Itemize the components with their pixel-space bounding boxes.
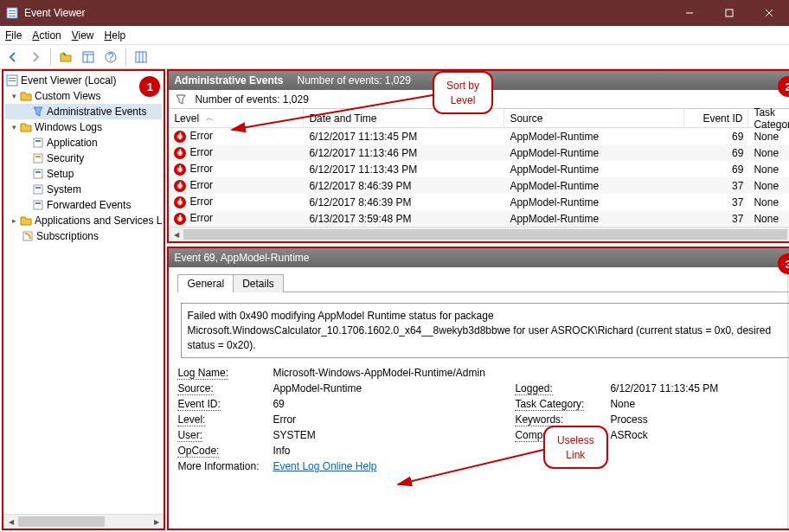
- tree-log-setup[interactable]: Setup: [5, 166, 162, 182]
- app-icon: [0, 6, 24, 20]
- svg-rect-19: [34, 138, 42, 147]
- menu-help[interactable]: Help: [105, 29, 126, 42]
- svg-rect-5: [726, 10, 733, 16]
- svg-rect-1: [9, 10, 16, 11]
- event-detail-panel: Event 69, AppModel-Runtime ▲▼ General De…: [167, 247, 789, 530]
- svg-rect-18: [9, 80, 16, 81]
- table-row[interactable]: !Error6/12/2017 8:46:39 PMAppModel-Runti…: [169, 177, 789, 194]
- titlebar: Event Viewer: [0, 0, 789, 26]
- tree-log-security[interactable]: Security: [5, 151, 162, 166]
- svg-rect-22: [35, 156, 41, 157]
- filter-icon: [174, 93, 188, 106]
- columns-button[interactable]: [132, 48, 151, 67]
- col-task-category[interactable]: Task Category: [748, 109, 789, 127]
- toolbar: ?: [0, 45, 789, 69]
- menu-view[interactable]: View: [72, 29, 94, 42]
- table-row[interactable]: !Error6/12/2017 11:13:43 PMAppModel-Runt…: [169, 161, 789, 177]
- grid-scrollbar-h[interactable]: ◀▶: [169, 227, 789, 241]
- tree-log-application[interactable]: Application: [5, 135, 162, 151]
- online-help-link[interactable]: Event Log Online Help: [273, 460, 376, 472]
- svg-rect-24: [35, 171, 41, 173]
- tree-log-forwarded[interactable]: Forwarded Events: [5, 197, 162, 213]
- detail-header: Event 69, AppModel-Runtime: [169, 248, 789, 267]
- tree-root[interactable]: Event Viewer (Local): [5, 73, 162, 88]
- folder-button[interactable]: [56, 48, 75, 67]
- tree-subscriptions[interactable]: Subscriptions: [5, 228, 162, 244]
- forward-button[interactable]: [26, 48, 45, 67]
- tree-panel: 1 Event Viewer (Local) ▾Custom Views Adm…: [2, 69, 165, 530]
- svg-rect-26: [35, 187, 41, 189]
- event-message: Failed with 0x490 modifying AppModel Run…: [181, 303, 789, 358]
- tab-general[interactable]: General: [177, 274, 234, 292]
- svg-rect-8: [83, 52, 93, 62]
- event-properties: Log Name:Microsoft-Windows-AppModel-Runt…: [177, 367, 789, 472]
- window-title: Event Viewer: [24, 7, 670, 19]
- svg-rect-3: [9, 16, 16, 16]
- help-button[interactable]: ?: [101, 48, 120, 67]
- callout-useless-link: Useless Link: [543, 426, 608, 469]
- col-source[interactable]: Source: [504, 109, 684, 127]
- svg-text:?: ?: [108, 51, 114, 63]
- back-button[interactable]: [3, 48, 22, 67]
- tree-log-system[interactable]: System: [5, 182, 162, 197]
- tree-scrollbar-h[interactable]: ◀▶: [3, 514, 164, 529]
- menu-action[interactable]: Action: [32, 29, 61, 42]
- maximize-button[interactable]: [709, 0, 749, 26]
- tree-admin-events[interactable]: Administrative Events: [5, 104, 162, 119]
- tree-apps-services[interactable]: ▸Applications and Services L: [5, 213, 162, 228]
- callout-sort: Sort by Level: [433, 71, 493, 114]
- error-icon: !: [174, 163, 186, 176]
- tree-windows-logs[interactable]: ▾Windows Logs: [5, 119, 162, 135]
- col-event-id[interactable]: Event ID: [684, 109, 748, 127]
- svg-rect-28: [35, 202, 41, 204]
- svg-rect-23: [34, 170, 42, 178]
- tab-details[interactable]: Details: [233, 274, 284, 292]
- minimize-button[interactable]: [670, 0, 709, 26]
- menubar: File Action View Help: [0, 26, 789, 45]
- error-icon: !: [174, 131, 186, 143]
- tree-custom-views[interactable]: ▾Custom Views: [5, 88, 162, 104]
- events-grid: Level︿ Date and Time Source Event ID Tas…: [169, 109, 789, 227]
- table-row[interactable]: !Error6/12/2017 11:13:46 PMAppModel-Runt…: [169, 144, 789, 161]
- error-icon: !: [174, 147, 186, 159]
- error-icon: !: [174, 180, 186, 192]
- svg-rect-17: [9, 78, 16, 79]
- svg-rect-27: [34, 201, 42, 209]
- col-level[interactable]: Level︿: [169, 109, 304, 127]
- panes-button[interactable]: [79, 48, 98, 67]
- svg-rect-25: [34, 185, 42, 194]
- table-row[interactable]: !Error6/12/2017 8:46:39 PMAppModel-Runti…: [169, 194, 789, 210]
- svg-rect-2: [9, 13, 16, 14]
- close-button[interactable]: [749, 0, 789, 26]
- table-row[interactable]: !Error6/12/2017 11:13:45 PMAppModel-Runt…: [169, 128, 789, 144]
- error-icon: !: [174, 213, 186, 225]
- error-icon: !: [174, 196, 186, 208]
- table-row[interactable]: !Error6/13/2017 3:59:48 PMAppModel-Runti…: [169, 210, 789, 227]
- sort-ascending-icon: ︿: [206, 113, 213, 123]
- svg-rect-20: [35, 140, 41, 142]
- svg-rect-21: [34, 154, 42, 163]
- menu-file[interactable]: File: [5, 29, 22, 42]
- svg-rect-13: [136, 52, 146, 62]
